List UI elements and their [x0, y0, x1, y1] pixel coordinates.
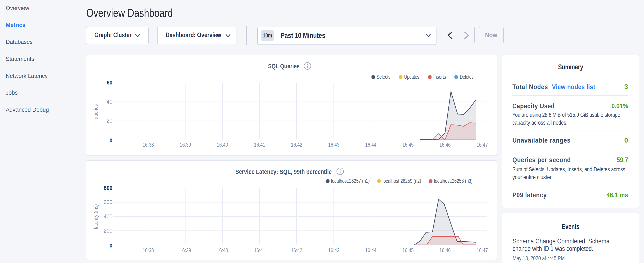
- svg-text:latency (ms): latency (ms): [92, 204, 99, 229]
- svg-text:queries: queries: [92, 104, 99, 119]
